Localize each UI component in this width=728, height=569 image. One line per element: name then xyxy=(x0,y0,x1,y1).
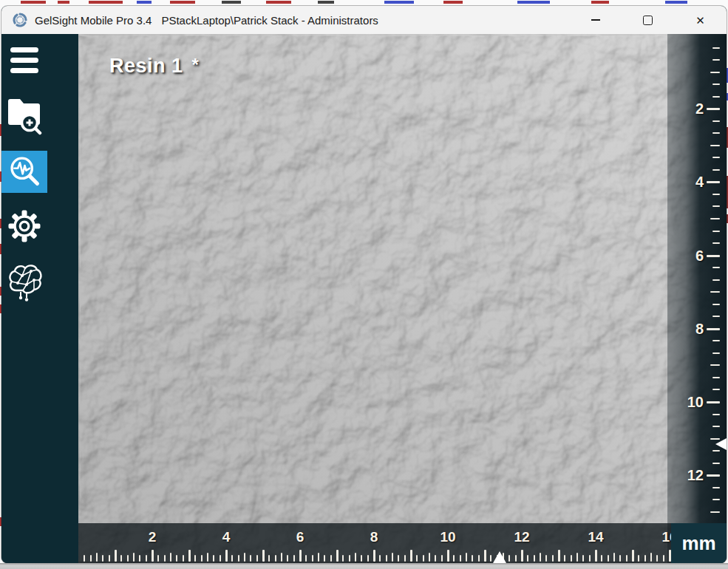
ruler-tick xyxy=(632,550,634,562)
ruler-tick xyxy=(299,550,302,562)
maximize-button[interactable] xyxy=(622,6,674,34)
sidebar-item-analysis[interactable] xyxy=(1,151,47,193)
ruler-tick xyxy=(194,555,196,562)
ruler-tick xyxy=(460,555,461,562)
ruler-tick xyxy=(707,328,720,330)
ruler-tick xyxy=(712,340,720,341)
ruler-tick xyxy=(515,555,517,562)
ruler-tick xyxy=(712,389,720,390)
ruler-tick xyxy=(367,555,369,562)
background-text-fragment xyxy=(222,1,241,4)
ruler-tick xyxy=(256,555,258,562)
ruler-tick xyxy=(712,47,720,49)
ruler-tick xyxy=(250,555,251,562)
ruler-tick xyxy=(478,555,480,562)
window-titlebar[interactable]: GelSight Mobile Pro 3.4 PStackLaptop\Pat… xyxy=(1,6,727,35)
ruler-tick xyxy=(521,550,523,562)
ruler-tick xyxy=(115,550,117,562)
ruler-tick xyxy=(330,555,332,562)
ruler-label: 16 xyxy=(661,529,671,545)
ruler-tick xyxy=(710,218,720,219)
ruler-tick xyxy=(164,555,166,562)
ruler-tick xyxy=(410,550,412,562)
ruler-tick xyxy=(392,553,393,562)
background-text-fragment xyxy=(21,1,46,4)
close-button[interactable]: ✕ xyxy=(674,6,727,34)
ruler-tick xyxy=(707,474,720,477)
ruler-tick xyxy=(305,555,307,562)
ruler-tick xyxy=(712,499,720,500)
ruler-tick xyxy=(429,553,430,562)
ruler-tick xyxy=(712,157,720,158)
ruler-tick xyxy=(710,291,720,293)
ruler-tick xyxy=(710,72,720,73)
sample-name: Resin 1 xyxy=(109,55,183,77)
session-title: PStackLaptop\Patrick Stack - Administrat… xyxy=(161,14,378,27)
minimize-button[interactable] xyxy=(569,6,622,34)
ruler-tick xyxy=(712,414,720,415)
ruler-unit-label: mm xyxy=(681,532,715,555)
sidebar-item-menu[interactable] xyxy=(1,43,47,77)
background-text-fragment xyxy=(170,1,195,4)
ruler-tick xyxy=(712,59,720,61)
background-text-fragment xyxy=(266,1,291,4)
ruler-label: 14 xyxy=(588,529,603,545)
right-ruler-marker[interactable] xyxy=(715,438,727,450)
minimize-icon xyxy=(591,19,600,21)
ruler-tick xyxy=(281,553,282,562)
ruler-tick xyxy=(373,550,375,562)
ruler-tick xyxy=(656,555,658,562)
ruler-tick xyxy=(225,550,228,562)
ruler-tick xyxy=(508,555,510,562)
ruler-tick xyxy=(540,553,541,562)
ruler-tick xyxy=(361,555,362,562)
background-text-fragment xyxy=(89,1,123,4)
folder-search-icon xyxy=(7,93,42,136)
sidebar-item-settings[interactable] xyxy=(1,205,47,247)
ruler-label: 4 xyxy=(222,529,231,545)
scan-viewport[interactable]: Resin 1* 24681012 246810121416 mm xyxy=(78,34,727,563)
ruler-label: 12 xyxy=(514,529,529,545)
ruler-tick xyxy=(552,555,554,562)
ruler-label: 10 xyxy=(440,529,455,545)
ruler-tick xyxy=(90,555,92,562)
ruler-tick xyxy=(534,555,535,562)
ruler-tick xyxy=(312,555,313,562)
ruler-tick xyxy=(712,377,720,378)
bottom-ruler-marker[interactable] xyxy=(493,551,506,563)
ruler-tick xyxy=(231,555,233,562)
ruler-label: 12 xyxy=(687,467,704,484)
app-window: GelSight Mobile Pro 3.4 PStackLaptop\Pat… xyxy=(1,6,727,563)
ruler-tick xyxy=(490,555,491,562)
ruler-tick xyxy=(707,181,720,183)
sidebar-item-ai-tools[interactable] xyxy=(1,260,47,304)
window-bottom-edge xyxy=(0,563,728,569)
ruler-tick xyxy=(293,555,295,562)
screen: GelSight Mobile Pro 3.4 PStackLaptop\Pat… xyxy=(0,0,728,569)
ruler-tick xyxy=(244,553,245,562)
ruler-tick xyxy=(139,555,140,562)
ruler-label: 8 xyxy=(695,320,704,337)
ruler-tick xyxy=(710,145,720,146)
background-text-fragment xyxy=(665,1,687,4)
ruler-tick xyxy=(127,555,129,562)
ruler-tick xyxy=(416,555,418,562)
ruler-tick xyxy=(324,555,325,562)
ruler-tick xyxy=(447,550,449,562)
ruler-tick xyxy=(712,169,720,171)
ruler-tick xyxy=(102,555,103,562)
window-controls: ✕ xyxy=(569,6,727,34)
hamburger-icon xyxy=(10,47,38,73)
ruler-tick xyxy=(638,555,639,562)
ruler-tick xyxy=(712,279,720,281)
background-text-fragment xyxy=(58,1,69,4)
ruler-tick xyxy=(96,553,98,562)
ruler-tick xyxy=(336,550,339,562)
ruler-tick xyxy=(379,555,381,562)
gelsight-logo-icon xyxy=(11,11,29,29)
sidebar xyxy=(1,34,78,563)
ruler-tick xyxy=(207,553,208,562)
ruler-tick xyxy=(558,550,560,562)
ruler-label: 2 xyxy=(149,529,157,545)
sidebar-item-open-scan[interactable] xyxy=(1,90,47,139)
